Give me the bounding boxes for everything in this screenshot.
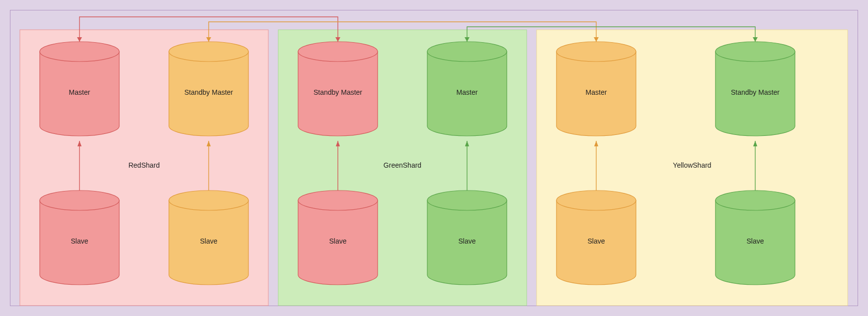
diagram-canvas: RedShardGreenShardYellowShardMasterStand… xyxy=(0,0,868,316)
yellow-standby: Standby Master xyxy=(715,42,795,136)
green-master: Master xyxy=(427,42,507,136)
green-standby: Standby Master xyxy=(298,42,378,136)
node-label: Slave xyxy=(200,237,217,245)
svg-point-10 xyxy=(427,190,507,210)
green-slave2: Slave xyxy=(427,190,507,285)
svg-point-3 xyxy=(40,42,119,62)
node-label: Slave xyxy=(746,237,764,245)
svg-point-8 xyxy=(427,42,507,62)
node-label: Standby Master xyxy=(184,88,233,96)
node-label: Slave xyxy=(587,237,605,245)
svg-point-7 xyxy=(298,42,378,62)
shard-label: YellowShard xyxy=(673,161,711,169)
yellow-slave2: Slave xyxy=(715,190,795,285)
node-label: Slave xyxy=(71,237,88,245)
node-label: Master xyxy=(69,88,90,96)
node-label: Slave xyxy=(458,237,475,245)
svg-point-4 xyxy=(169,42,248,62)
red-master: Master xyxy=(40,42,119,136)
yellow-slave1: Slave xyxy=(556,190,636,285)
svg-point-13 xyxy=(556,190,636,210)
shard-label: RedShard xyxy=(128,161,159,169)
node-label: Master xyxy=(586,88,607,96)
svg-point-14 xyxy=(715,190,795,210)
red-standby: Standby Master xyxy=(169,42,248,136)
node-label: Master xyxy=(457,88,478,96)
svg-point-11 xyxy=(556,42,636,62)
node-label: Slave xyxy=(329,237,346,245)
yellow-master: Master xyxy=(556,42,636,136)
red-slave2: Slave xyxy=(169,190,248,285)
shard-label: GreenShard xyxy=(384,161,421,169)
node-label: Standby Master xyxy=(314,88,362,96)
svg-point-6 xyxy=(169,190,248,210)
svg-point-9 xyxy=(298,190,378,210)
red-slave1: Slave xyxy=(40,190,119,285)
svg-point-12 xyxy=(715,42,795,62)
svg-point-5 xyxy=(40,190,119,210)
node-label: Standby Master xyxy=(731,88,780,96)
green-slave1: Slave xyxy=(298,190,378,285)
